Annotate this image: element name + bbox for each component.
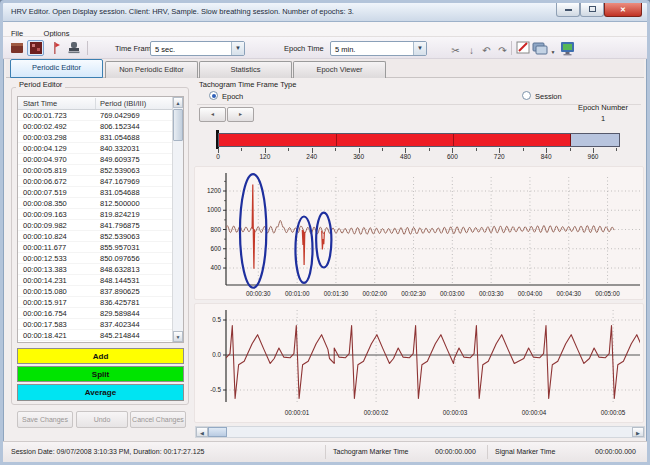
scrollbar-thumb[interactable]	[173, 109, 183, 141]
epoch-radio[interactable]	[209, 91, 218, 100]
epoch-time-select[interactable]: 5 min. ▼	[330, 41, 427, 56]
period-table-body: 00:00:01.723769.04296900:00:02.492806.15…	[18, 110, 172, 342]
next-epoch-button[interactable]: ▸	[227, 107, 254, 122]
title-bar[interactable]: HRV Editor. Open Display session. Client…	[3, 3, 647, 22]
table-row[interactable]: 00:00:02.492806.152344	[18, 121, 172, 132]
table-row[interactable]: 00:00:15.917836.425781	[18, 297, 172, 308]
session-info: Session Date: 09/07/2008 3:10:33 PM, Dur…	[11, 448, 204, 455]
tab-epoch-viewer[interactable]: Epoch Viewer	[293, 61, 386, 78]
table-row[interactable]: 00:00:11.677855.957031	[18, 242, 172, 253]
table-row[interactable]: 00:00:17.583837.402344	[18, 319, 172, 330]
table-row[interactable]: 00:00:01.723769.042969	[18, 110, 172, 121]
session-radio-label[interactable]: Session	[535, 92, 562, 101]
display-button[interactable]	[559, 40, 576, 56]
marker-tool-button[interactable]	[48, 40, 65, 56]
table-row[interactable]: 00:00:07.519831.054688	[18, 187, 172, 198]
cards-menu-button[interactable]: ▼	[532, 40, 558, 56]
table-row[interactable]: 00:00:06.672847.167969	[18, 176, 172, 187]
table-row[interactable]: 00:00:04.129840.332031	[18, 143, 172, 154]
table-row[interactable]: 00:00:14.231848.144531	[18, 275, 172, 286]
scroll-left-icon[interactable]: ◀	[196, 427, 208, 437]
close-button[interactable]: ✕	[604, 3, 642, 17]
column-start-time[interactable]: Start Time	[23, 99, 57, 108]
cancel-changes-button[interactable]: Cancel Changes	[130, 411, 186, 428]
tachogram-marker-label: Tachogram Marker Time	[333, 448, 408, 455]
open-session-icon	[9, 40, 25, 56]
tachogram-chart[interactable]: 00:00:3000:01:0000:01:3000:02:0000:02:30…	[193, 165, 645, 301]
start-time-cell: 00:00:14.231	[23, 276, 67, 285]
redo-button[interactable]: ↷	[494, 40, 511, 56]
chevron-down-icon[interactable]: ▼	[231, 42, 244, 55]
period-cell: 848.144531	[100, 276, 140, 285]
table-row[interactable]: 00:00:16.754829.589844	[18, 308, 172, 319]
period-cell: 852.539063	[100, 166, 140, 175]
undo-button[interactable]: ↶	[478, 40, 495, 56]
tab-statistics[interactable]: Statistics	[199, 61, 292, 78]
chevron-down-icon: ▼	[551, 49, 556, 55]
period-cell: 819.824219	[100, 210, 140, 219]
save-changes-button[interactable]: Save Changes	[17, 411, 73, 428]
signal-chart[interactable]: 00:00:0100:00:0200:00:0300:00:0400:00:05…	[193, 302, 645, 424]
period-table-header[interactable]: Start Time Period (IBI/III)	[18, 97, 172, 110]
chevron-down-icon[interactable]: ▼	[413, 42, 426, 55]
start-time-cell: 00:00:07.519	[23, 188, 67, 197]
epoch-radio-label[interactable]: Epoch	[222, 92, 243, 101]
scroll-down-icon[interactable]: ▼	[173, 331, 183, 342]
y-axis-label: 600	[210, 245, 221, 252]
epoch-time-value: 5 min.	[335, 45, 355, 54]
maximize-icon	[589, 6, 596, 12]
table-row[interactable]: 00:00:09.163819.824219	[18, 209, 172, 220]
tab-periodic-editor[interactable]: Periodic Editor	[10, 59, 103, 78]
column-period[interactable]: Period (IBI/III)	[100, 99, 146, 108]
scissors-icon: ✂	[451, 45, 459, 56]
menu-bar: File Options	[3, 22, 647, 37]
scroll-right-icon[interactable]: ▶	[632, 427, 644, 437]
prev-epoch-button[interactable]: ◂	[199, 107, 226, 122]
display-session-button[interactable]	[27, 40, 44, 56]
period-cell: 831.054688	[100, 133, 140, 142]
average-button[interactable]: Average	[17, 384, 184, 401]
scale-tick	[429, 148, 430, 151]
window-title: HRV Editor. Open Display session. Client…	[11, 7, 354, 16]
tab-non-periodic-editor[interactable]: Non Periodic Editor	[105, 61, 198, 78]
table-row[interactable]: 00:00:05.819852.539063	[18, 165, 172, 176]
minimize-icon	[565, 9, 572, 11]
table-row[interactable]: 00:00:04.970849.609375	[18, 154, 172, 165]
epoch-divider	[336, 134, 337, 146]
undo-changes-button[interactable]: Undo	[76, 411, 128, 428]
artifact-spike	[302, 230, 305, 265]
y-axis-label: 1200	[207, 187, 222, 194]
period-table-scrollbar[interactable]: ▲ ▼	[172, 97, 183, 342]
table-row[interactable]: 00:00:18.421845.214844	[18, 330, 172, 341]
add-button[interactable]: Add	[17, 348, 184, 364]
table-row[interactable]: 00:00:03.298831.054688	[18, 132, 172, 143]
signal-scrollbar[interactable]: ◀ ▶	[195, 426, 645, 438]
start-time-cell: 00:00:11.677	[23, 243, 66, 252]
scroll-up-icon[interactable]: ▲	[173, 97, 183, 108]
open-session-button[interactable]	[8, 40, 25, 56]
table-row[interactable]: 00:00:15.080837.890625	[18, 286, 172, 297]
scale-label: 240	[297, 153, 327, 160]
split-button[interactable]: Split	[17, 366, 184, 382]
epoch-progress-bar[interactable]	[218, 133, 620, 147]
minimize-button[interactable]	[556, 3, 580, 17]
y-axis-label: 400	[210, 264, 221, 271]
table-row[interactable]: 00:00:08.350812.500000	[18, 198, 172, 209]
scale-tick	[570, 148, 571, 151]
scale-label: 480	[390, 153, 420, 160]
stamp-tool-button[interactable]	[66, 40, 83, 56]
period-cell: 855.957031	[100, 243, 140, 252]
table-row[interactable]: 00:00:09.982841.796875	[18, 220, 172, 231]
cut-button[interactable]: ✂	[447, 40, 464, 56]
session-radio[interactable]	[522, 91, 531, 100]
scrollbar-thumb[interactable]	[208, 427, 227, 437]
start-time-cell: 00:00:17.583	[23, 320, 67, 329]
status-divider	[325, 445, 326, 459]
tachogram-marker-value: 00:00:00.000	[435, 448, 476, 455]
time-frame-select[interactable]: 5 sec. ▼	[150, 41, 245, 56]
maximize-button[interactable]	[580, 3, 604, 17]
table-row[interactable]: 00:00:13.383848.632813	[18, 264, 172, 275]
table-row[interactable]: 00:00:10.824852.539063	[18, 231, 172, 242]
table-row[interactable]: 00:00:12.533850.097656	[18, 253, 172, 264]
edit-chart-button[interactable]	[515, 40, 532, 56]
